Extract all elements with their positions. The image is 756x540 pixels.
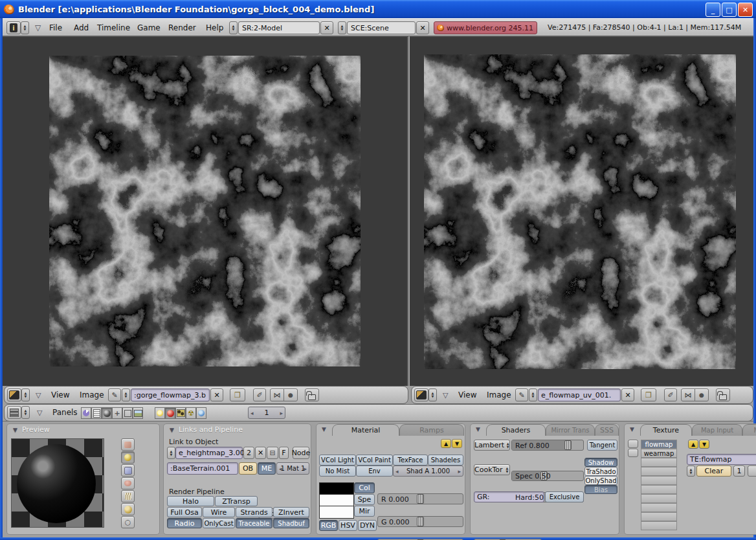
texture-channel-check-1[interactable] <box>628 440 638 448</box>
screen-delete-button[interactable]: ✕ <box>320 21 333 34</box>
pin-button[interactable]: ✎ <box>515 388 528 401</box>
image-editor-right-viewport[interactable] <box>410 36 753 386</box>
draw-alpha-button[interactable]: ⋈ <box>681 388 695 401</box>
menu-view[interactable]: View <box>458 388 476 401</box>
editor-type-spinner[interactable]: ▲▼ <box>21 388 30 401</box>
texface-toggle[interactable]: TexFace <box>393 455 428 466</box>
header-collapse-icon[interactable]: ▽ <box>37 406 42 419</box>
scene-context-button[interactable] <box>133 407 143 419</box>
menu-add[interactable]: Add <box>74 23 89 32</box>
menu-game[interactable]: Game <box>137 23 161 32</box>
spec-slider[interactable]: Spec 0.50 <box>511 471 584 481</box>
scene-selector[interactable]: SCE:Scene <box>347 21 416 34</box>
image-editor-left-viewport[interactable] <box>3 36 408 386</box>
logic-context-button[interactable] <box>81 407 91 419</box>
panel-collapse-icon[interactable]: ▼ <box>13 427 17 433</box>
tab-sss[interactable]: SSS <box>595 424 619 436</box>
tab-material[interactable]: Material <box>332 424 399 436</box>
image-browse-spinner[interactable]: ▲▼ <box>122 388 130 401</box>
texture-browse-spinner[interactable]: ▲▼ <box>687 466 695 477</box>
window-type-button[interactable] <box>7 406 21 419</box>
pack-image-button[interactable]: ❒ <box>641 388 656 401</box>
tab-mirror-transp[interactable]: Mirror Trans <box>546 424 595 436</box>
zinvert-toggle[interactable]: ZInvert <box>273 507 309 517</box>
spec-shader-dropdown[interactable]: CookTor ▲▼ <box>474 464 510 475</box>
tab-ramps[interactable]: Ramps <box>399 424 464 436</box>
tab-shaders[interactable]: Shaders <box>486 424 546 436</box>
close-button[interactable]: ✕ <box>738 3 753 17</box>
auto-name-button[interactable]: ⊟ <box>267 447 278 459</box>
texture-auto-button[interactable] <box>748 466 756 477</box>
draw-alpha-only-button[interactable]: ● <box>695 388 709 401</box>
r-slider[interactable]: R 0.000 <box>377 493 463 504</box>
menu-image[interactable]: Image <box>487 388 511 401</box>
color-swatch-spe[interactable] <box>319 494 354 507</box>
editor-type-button[interactable] <box>7 388 21 401</box>
env-toggle[interactable]: Env <box>356 466 393 477</box>
texture-buttons-button[interactable] <box>175 407 186 419</box>
node-button[interactable]: Node <box>293 447 309 459</box>
texture-channel-empty[interactable] <box>641 512 677 521</box>
material-name-field[interactable]: e_heightmap_3.001 <box>175 447 243 459</box>
window-type-spinner[interactable]: ▲▼ <box>21 21 29 34</box>
preview-sphere-sky-button[interactable] <box>121 503 135 515</box>
frame-number-field[interactable]: 1 <box>248 407 285 419</box>
spe-button[interactable]: Spe <box>354 494 375 505</box>
menu-file[interactable]: File <box>49 23 62 32</box>
image-delete-button[interactable]: ✕ <box>621 388 634 401</box>
color-swatch-mir[interactable] <box>319 506 354 519</box>
scene-delete-button[interactable]: ✕ <box>416 21 429 34</box>
copy-material-button[interactable]: ▲ <box>441 439 451 448</box>
links-panel-header[interactable]: ▼ Links and Pipeline <box>164 424 311 435</box>
editing-context-button[interactable] <box>122 407 133 419</box>
material-index-field[interactable]: 1 Mat 1 <box>276 462 309 475</box>
texture-channel-empty[interactable] <box>641 485 677 494</box>
texture-paint-button[interactable]: ✐ <box>253 388 266 401</box>
rgb-button[interactable]: RGB <box>319 520 338 531</box>
window-type-spinner[interactable]: ▲▼ <box>21 406 30 419</box>
shadeless-toggle[interactable]: Shadeles <box>428 455 463 466</box>
object-context-button[interactable]: + <box>112 407 122 419</box>
material-buttons-button[interactable] <box>165 407 175 419</box>
editor-type-spinner[interactable]: ▲▼ <box>428 388 437 401</box>
preview-monkey-button[interactable] <box>121 477 135 489</box>
update-lock-button[interactable] <box>305 388 319 401</box>
image-name-field[interactable]: :gorge_flowmap_3.b <box>131 388 210 401</box>
hsv-button[interactable]: HSV <box>339 520 357 531</box>
preview-alpha-button[interactable]: ○ <box>121 516 135 528</box>
material-browse-spinner[interactable]: ▲▼ <box>167 447 175 459</box>
tangent-toggle[interactable]: Tangent <box>587 440 617 451</box>
update-lock-button[interactable] <box>716 388 730 401</box>
diffuse-shader-dropdown[interactable]: Lambert ▲▼ <box>474 440 510 451</box>
texture-channel-empty[interactable] <box>641 467 677 476</box>
color-swatch-col[interactable] <box>319 482 354 495</box>
image-browse-spinner[interactable]: ▲▼ <box>529 388 537 401</box>
texture-channel-empty[interactable] <box>641 458 677 467</box>
col-button[interactable]: Col <box>354 482 375 493</box>
scene-selector-spinner[interactable]: ▲▼ <box>338 21 346 34</box>
tab-texture[interactable]: Texture <box>640 424 692 436</box>
dyn-button[interactable]: DYN <box>358 520 377 531</box>
fake-user-button[interactable]: F <box>279 447 289 459</box>
texture-users-button[interactable]: 1 <box>733 466 745 477</box>
texture-channel-flowmap[interactable]: flowmap <box>641 440 677 449</box>
menu-panels[interactable]: Panels <box>52 406 78 419</box>
menu-help[interactable]: Help <box>206 23 223 32</box>
halo-toggle[interactable]: Halo <box>167 496 214 506</box>
bias-toggle[interactable]: Bias <box>584 485 617 494</box>
texture-channel-empty[interactable] <box>641 521 677 530</box>
pin-button[interactable]: ✎ <box>108 388 121 401</box>
pack-image-button[interactable]: ❒ <box>230 388 245 401</box>
preview-cube-button[interactable] <box>121 464 135 477</box>
onlyshadow-toggle[interactable]: OnlyShad <box>584 476 617 485</box>
vcol-light-toggle[interactable]: VCol Light <box>319 455 356 466</box>
menu-timeline[interactable]: Timeline <box>97 23 130 32</box>
minimize-button[interactable]: _ <box>706 3 720 17</box>
g-slider[interactable]: G 0.000 <box>377 516 463 527</box>
world-buttons-button[interactable] <box>196 407 206 419</box>
menu-image[interactable]: Image <box>80 388 104 401</box>
wire-toggle[interactable]: Wire <box>203 507 235 517</box>
ob-toggle[interactable]: OB <box>239 462 257 475</box>
menu-render[interactable]: Render <box>168 23 196 32</box>
no-mist-toggle[interactable]: No Mist <box>319 466 356 477</box>
